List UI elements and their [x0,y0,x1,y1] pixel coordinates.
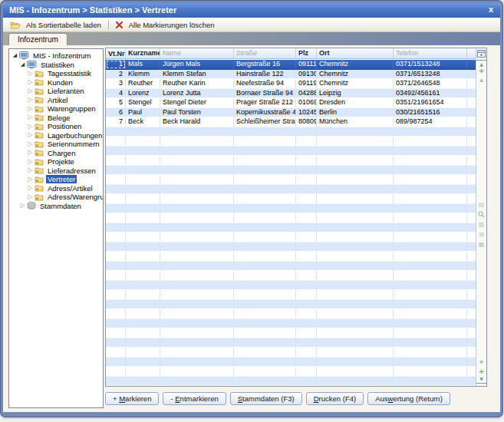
table-cell[interactable]: 0371/6513248 [394,70,467,79]
table-cell[interactable]: 09130 [296,70,317,79]
table-cell[interactable]: 01069 [296,98,317,107]
table-cell[interactable]: Bornaer Straße 94 [234,89,296,98]
table-cell[interactable]: 0351/21961654 [394,98,467,107]
table-cell[interactable]: 5 [106,98,126,107]
table-cell[interactable]: Klemm Stefan [160,70,234,79]
stammdaten-f3-button[interactable]: Stammdaten (F3) [230,392,302,405]
table-cell[interactable]: Jürgen Mals [160,60,234,69]
table-cell[interactable]: München [317,117,394,127]
tree-item-stammdaten[interactable]: ▷Stammdaten [9,202,103,211]
plus-icon[interactable]: + [476,368,486,374]
expand-arrow-icon[interactable]: ▷ [27,167,34,173]
table-cell[interactable]: Chemnitz [317,79,394,88]
collapse-arrow-icon[interactable]: ◢ [12,53,18,58]
table-cell[interactable]: 030/21651516 [394,108,467,117]
column-header-plz[interactable]: Plz [296,48,317,58]
sort-icon[interactable]: ▥ [476,222,486,228]
entmarkieren-button[interactable]: - Entmarkieren [163,392,226,405]
table-cell[interactable]: 80809 [296,117,317,127]
table-cell[interactable]: Leipzig [317,89,394,98]
tree-item-adress-warengruppen[interactable]: ▷Adress/Warengruppen [9,193,103,202]
expand-arrow-icon[interactable]: ▷ [19,203,26,209]
table-cell[interactable]: Chemnitz [317,60,394,69]
tree-item-projekte[interactable]: ▷Projekte [9,157,103,166]
table-cell[interactable]: Klemm [126,70,160,79]
table-cell[interactable]: 6 [106,108,126,117]
table-row[interactable]: 6PaulPaul TorstenKopernikusstraße 471024… [106,108,476,118]
grid-view-icon[interactable]: ▦ [476,242,486,248]
auswertung-return-button[interactable]: Auswertung (Return) [367,392,450,405]
table-cell[interactable]: 09119 [296,79,317,88]
tree-item-lieferanten[interactable]: ▷Lieferanten [9,87,103,96]
table-cell[interactable]: Reuther [126,79,160,88]
table-cell[interactable]: Mals [126,60,160,69]
column-header-telefon[interactable]: Telefon [394,48,467,58]
table-cell[interactable]: 2 [106,70,126,79]
tree-item-mis-infozentrum[interactable]: ◢MIS - Infozentrum [9,51,103,61]
title-bar[interactable]: MIS - Infozentrum > Statistiken > Vertre… [3,3,500,18]
tree-item-chargen[interactable]: ▷Chargen [9,149,103,158]
tree-item-lagerbuchungen[interactable]: ▷Lagerbuchungen [9,131,103,140]
tab-infozentrum[interactable]: Infozentrum [8,33,68,45]
tree-item-artikel[interactable]: ▷Artikel [9,96,103,105]
expand-arrow-icon[interactable]: ▷ [27,176,34,183]
table-cell[interactable]: Beck Harald [160,117,234,127]
table-row[interactable]: 1MalsJürgen MalsBergstraße 1609111Chemni… [106,60,476,70]
tree-item-positionen[interactable]: ▷Positionen [9,122,103,131]
grid-scrollbar[interactable]: ▲ + ▲ ▤ ▥ ⊞ ▦ ▼ + ▼ [476,48,486,386]
table-row[interactable]: 5StengelStengel DieterPrager Straße 2120… [106,98,476,108]
expand-arrow-icon[interactable]: ▷ [27,141,34,147]
table-cell[interactable]: 03492/456161 [394,89,467,98]
markieren-button[interactable]: + Markieren [105,392,159,405]
table-cell[interactable]: 1 [106,60,126,69]
expand-arrow-icon[interactable]: ▷ [27,97,34,103]
table-cell[interactable]: Paul Torsten [160,108,234,117]
search-icon[interactable] [476,211,486,218]
table-cell[interactable]: 0371/1513248 [394,60,467,69]
table-row[interactable]: 3ReutherReuther KarinNeefestraße 9409119… [106,79,476,89]
table-cell[interactable]: Stengel Dieter [160,98,234,107]
table-cell[interactable]: Neefestraße 94 [234,79,296,88]
tree-item-warengruppen[interactable]: ▷Warengruppen [9,104,103,114]
column-header-stra-e[interactable]: Straße [234,48,296,58]
table-cell[interactable]: 09111 [296,60,317,69]
tree-item-belege[interactable]: ▷Belege [9,114,103,123]
drucken-f4-button[interactable]: Drucken (F4) [306,392,364,405]
table-cell[interactable]: 089/987254 [394,117,467,127]
table-cell[interactable]: 3 [106,79,126,88]
expand-arrow-icon[interactable]: ▷ [27,124,34,130]
expand-arrow-icon[interactable]: ▷ [27,194,34,200]
expand-arrow-icon[interactable]: ▷ [27,132,34,138]
table-cell[interactable]: Chemnitz [317,70,394,79]
table-row[interactable]: 7BeckBeck HaraldSchleißheimer Straße 378… [106,117,476,127]
table-cell[interactable]: Stengel [126,98,160,107]
tree-item-tagesstatistik[interactable]: ▷Tagesstatistik [9,69,103,78]
table-cell[interactable]: Lorenz [126,89,160,98]
expand-arrow-icon[interactable]: ▷ [27,114,34,120]
scroll-to-bottom-icon[interactable]: ▼ [476,376,486,384]
load-sort-table-button[interactable]: Als Sortiertabelle laden [7,20,105,30]
expand-arrow-icon[interactable]: ▷ [27,159,34,165]
column-header-vt-nr[interactable]: Vt.Nr▼ [106,48,126,58]
column-header-kurzname[interactable]: Kurzname [126,48,160,58]
table-cell[interactable]: Dresden [317,98,394,107]
expand-arrow-icon[interactable]: ▷ [27,71,34,77]
expand-arrow-icon[interactable]: ▷ [27,150,34,156]
table-cell[interactable]: Prager Straße 212 [234,98,296,107]
table-cell[interactable]: Lorenz Jutta [160,89,234,98]
table-cell[interactable]: Schleißheimer Straße 378 [234,117,296,127]
scroll-down-icon[interactable]: ▼ [476,359,486,365]
tree-item-kunden[interactable]: ▷Kunden [9,78,103,87]
table-cell[interactable]: Kopernikusstraße 47 [234,108,296,117]
column-chooser-icon[interactable] [476,50,486,58]
table-cell[interactable]: 7 [106,117,126,127]
expand-arrow-icon[interactable]: ▷ [27,106,34,112]
table-cell[interactable]: 0371/2646548 [394,79,467,88]
tree-item-seriennummern[interactable]: ▷Seriennummern [9,140,103,149]
table-cell[interactable]: 4 [106,89,126,98]
plus-icon[interactable]: + [476,68,486,74]
table-cell[interactable]: Paul [126,108,160,117]
clear-all-marks-button[interactable]: Alle Markierungen löschen [112,20,219,30]
tree-item-adress-artikel[interactable]: ▷Adress/Artikel [9,184,103,193]
table-cell[interactable]: 10245 [296,108,317,117]
